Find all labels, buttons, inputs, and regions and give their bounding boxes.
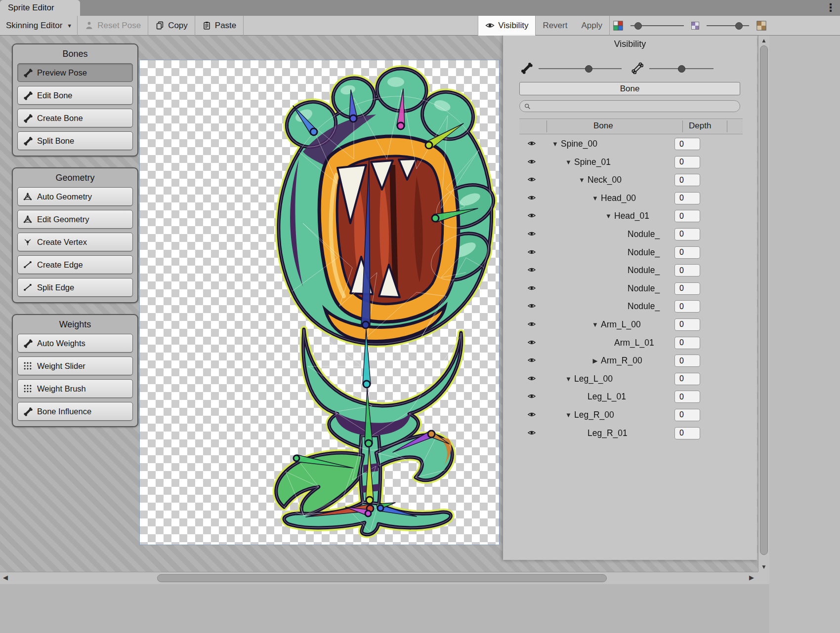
eye-icon[interactable] [526,248,539,257]
bone-row[interactable]: Nodule_ 0 [519,226,743,244]
reset-pose-button[interactable]: Reset Pose [78,16,148,36]
apply-button[interactable]: Apply [574,16,609,36]
bone-search-input[interactable] [534,101,733,112]
bone-row[interactable]: Leg_R_00 0 [519,406,743,425]
horizontal-scrollbar[interactable]: ◀ ▶ [0,572,758,584]
scroll-left-arrow[interactable]: ◀ [3,574,8,581]
kebab-menu-icon[interactable]: ⋮ [825,1,836,15]
bone-row[interactable]: Arm_R_00 0 [519,352,743,370]
vertical-scrollbar[interactable]: ▲ ▼ [758,36,769,572]
expander-icon[interactable] [564,411,573,419]
horizontal-scroll-thumb[interactable] [157,574,607,582]
eye-icon[interactable] [526,230,539,239]
preview-brightness-slider[interactable] [630,16,684,36]
expander-icon[interactable] [591,321,599,328]
bone-row[interactable]: Nodule_ 0 [519,280,743,298]
eye-icon[interactable] [526,211,539,221]
depth-input[interactable]: 0 [674,300,700,313]
edit-bone-button[interactable]: Edit Bone [17,86,133,105]
bone-row[interactable]: Nodule_ 0 [519,262,743,280]
eye-icon[interactable] [526,158,539,167]
bone-row[interactable]: Spine_00 0 [519,135,743,154]
bone-influence-button[interactable]: Bone Influence [17,402,133,421]
eye-icon[interactable] [526,266,539,275]
expander-icon[interactable] [578,176,586,184]
bone-row[interactable]: Leg_R_01 0 [519,425,743,443]
depth-input[interactable]: 0 [674,409,700,421]
edit-geometry-button[interactable]: Edit Geometry [17,210,133,229]
eye-icon[interactable] [526,356,539,365]
depth-input[interactable]: 0 [674,355,700,367]
depth-input[interactable]: 0 [674,156,700,168]
eye-icon[interactable] [526,302,539,311]
sprite-canvas[interactable] [140,60,499,545]
scroll-down-arrow[interactable]: ▼ [758,563,769,570]
bone-row[interactable]: Nodule_ 0 [519,298,743,316]
copy-button[interactable]: Copy [148,16,195,36]
depth-input[interactable]: 0 [674,192,700,204]
create-edge-button[interactable]: Create Edge [17,255,133,274]
eye-icon[interactable] [526,320,539,329]
slider-knob[interactable] [678,65,685,73]
eye-icon[interactable] [526,338,539,348]
tab-sprite-editor[interactable]: Sprite Editor [0,0,80,16]
slider-knob[interactable] [634,22,642,30]
create-bone-button[interactable]: Create Bone [17,109,133,127]
paste-button[interactable]: Paste [195,16,243,36]
eye-icon[interactable] [526,139,539,149]
bone-row[interactable]: Leg_L_01 0 [519,388,743,406]
depth-input[interactable]: 0 [674,337,700,349]
vertical-scroll-thumb[interactable] [760,45,768,555]
scroll-right-arrow[interactable]: ▶ [749,574,754,581]
auto-geometry-button[interactable]: Auto Geometry [17,187,133,206]
bone-row[interactable]: Arm_L_00 0 [519,316,743,334]
alpha-checker-icon[interactable] [691,21,700,30]
depth-input[interactable]: 0 [674,174,700,186]
depth-input[interactable]: 0 [674,246,700,259]
depth-input[interactable]: 0 [674,264,700,277]
eye-icon[interactable] [526,194,539,203]
expander-icon[interactable] [591,195,599,202]
depth-input[interactable]: 0 [674,391,700,403]
depth-input[interactable]: 0 [674,427,700,439]
split-bone-button[interactable]: Split Bone [17,131,133,150]
expander-icon[interactable] [604,212,613,220]
preview-alpha-slider[interactable] [707,16,749,36]
eye-icon[interactable] [526,410,539,420]
bone-row[interactable]: Leg_L_00 0 [519,370,743,389]
expander-icon[interactable] [591,357,599,364]
rgb-channels-icon[interactable] [613,20,624,31]
visibility-toggle-button[interactable]: Visibility [478,16,536,36]
bone-row[interactable]: Neck_00 0 [519,171,743,190]
scroll-up-arrow[interactable]: ▲ [758,37,769,44]
bone-opacity-slider[interactable] [539,68,622,69]
depth-input[interactable]: 0 [674,210,700,222]
bone-row[interactable]: Arm_L_01 0 [519,334,743,353]
expander-icon[interactable] [564,375,573,383]
bone-tab-button[interactable]: Bone [519,82,740,95]
eye-icon[interactable] [526,392,539,401]
expander-icon[interactable] [551,140,559,148]
eye-icon[interactable] [526,284,539,293]
depth-input[interactable]: 0 [674,228,700,240]
bone-row[interactable]: Head_01 0 [519,207,743,226]
bone-row[interactable]: Head_00 0 [519,190,743,208]
expander-icon[interactable] [564,158,573,166]
eye-icon[interactable] [526,429,539,438]
eye-icon[interactable] [526,374,539,384]
skinning-editor-dropdown[interactable]: Skinning Editor ▼ [0,16,77,36]
create-vertex-button[interactable]: Create Vertex [17,233,133,251]
preview-pose-button[interactable]: Preview Pose [17,63,133,82]
auto-weights-button[interactable]: Auto Weights [17,334,133,353]
depth-input[interactable]: 0 [674,318,700,331]
depth-input[interactable]: 0 [674,282,700,295]
eye-icon[interactable] [526,175,539,185]
slider-knob[interactable] [735,22,743,30]
revert-button[interactable]: Revert [536,16,574,36]
weight-brush-button[interactable]: Weight Brush [17,379,133,398]
depth-input[interactable]: 0 [674,138,700,150]
texture-preview-icon[interactable] [756,20,767,31]
weight-slider-button[interactable]: Weight Slider [17,356,133,375]
slider-knob[interactable] [585,65,592,73]
bone-row[interactable]: Spine_01 0 [519,154,743,172]
